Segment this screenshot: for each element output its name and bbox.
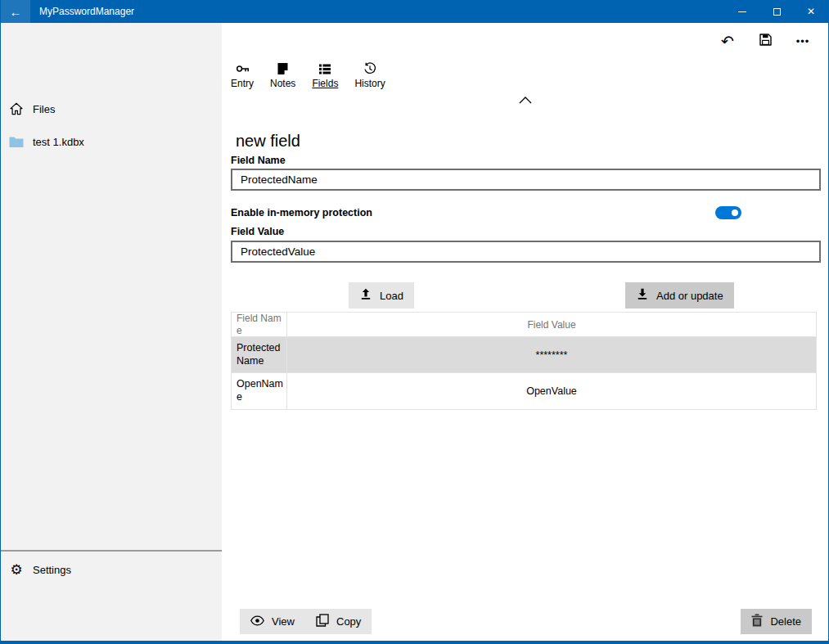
tab-label: Notes xyxy=(270,78,295,89)
tab-label: Fields xyxy=(312,78,338,89)
tab-fields[interactable]: Fields xyxy=(312,62,338,89)
app-window: ← MyPasswordManager ✕ Files test 1.kdbx xyxy=(0,0,829,644)
sidebar-item-label: Files xyxy=(33,103,55,115)
sidebar-item-label: Settings xyxy=(33,564,71,576)
button-label: Load xyxy=(380,290,403,302)
tab-history[interactable]: History xyxy=(354,62,385,89)
eye-icon xyxy=(250,615,264,628)
chevron-up-icon xyxy=(519,94,532,106)
field-value-label: Field Value xyxy=(231,226,284,237)
field-name-input[interactable] xyxy=(231,169,821,191)
more-button[interactable]: ••• xyxy=(784,26,822,56)
sidebar-item-database-file[interactable]: test 1.kdbx xyxy=(1,125,222,158)
table-row[interactable]: ProtectedName ******** xyxy=(232,336,816,372)
cell-field-name: OpenName xyxy=(232,373,287,408)
window-controls: ✕ xyxy=(725,0,828,23)
trash-icon xyxy=(751,614,763,629)
memory-protection-toggle[interactable] xyxy=(715,206,741,219)
app-title: MyPasswordManager xyxy=(39,6,134,17)
maximize-icon xyxy=(773,8,781,16)
undo-button[interactable]: ↶ xyxy=(709,26,746,56)
sidebar-nav: Files test 1.kdbx xyxy=(1,23,222,158)
more-icon: ••• xyxy=(796,35,810,47)
gear-icon: ⚙ xyxy=(9,563,24,577)
sidebar-item-files[interactable]: Files xyxy=(1,92,222,125)
view-button[interactable]: View xyxy=(240,609,305,634)
back-button[interactable]: ← xyxy=(1,0,30,23)
page-title: new field xyxy=(236,132,300,151)
tab-label: History xyxy=(354,78,385,89)
save-icon xyxy=(759,33,773,49)
toggle-knob xyxy=(732,209,738,216)
sidebar-item-settings[interactable]: ⚙ Settings xyxy=(1,553,222,586)
button-label: Copy xyxy=(336,615,361,628)
command-bar: ↶ ••• xyxy=(709,26,822,56)
key-icon xyxy=(236,62,250,75)
add-or-update-button[interactable]: Add or update xyxy=(625,282,734,308)
copy-button[interactable]: Copy xyxy=(305,609,372,634)
save-button[interactable] xyxy=(746,26,784,56)
undo-icon: ↶ xyxy=(721,34,734,49)
main-content: ↶ ••• Entry Notes xyxy=(222,23,828,641)
cell-field-name: ProtectedName xyxy=(232,337,287,372)
table-header-row: Field Name Field Value xyxy=(232,313,816,336)
sidebar: Files test 1.kdbx ⚙ Settings xyxy=(1,23,222,641)
table-row[interactable]: OpenName OpenValue xyxy=(232,372,816,408)
back-icon: ← xyxy=(10,5,22,19)
tab-bar: Entry Notes Fields History xyxy=(231,62,385,89)
tab-notes[interactable]: Notes xyxy=(270,62,295,89)
maximize-button[interactable] xyxy=(759,0,794,23)
list-icon xyxy=(318,62,331,75)
tab-label: Entry xyxy=(231,78,254,89)
home-icon xyxy=(9,102,24,115)
copy-icon xyxy=(316,614,329,629)
cell-field-value: OpenValue xyxy=(287,373,816,408)
load-button[interactable]: Load xyxy=(349,282,414,308)
minimize-icon xyxy=(738,11,746,12)
close-button[interactable]: ✕ xyxy=(794,0,828,23)
cell-field-value: ******** xyxy=(287,337,816,372)
collapse-button[interactable] xyxy=(506,92,545,109)
note-icon xyxy=(277,62,289,75)
fields-table: Field Name Field Value ProtectedName ***… xyxy=(231,312,817,410)
button-label: Delete xyxy=(770,615,801,628)
sidebar-footer: ⚙ Settings xyxy=(1,550,222,586)
column-header-field-name: Field Name xyxy=(232,313,287,336)
field-name-label: Field Name xyxy=(231,155,286,166)
minimize-button[interactable] xyxy=(725,0,759,23)
close-icon: ✕ xyxy=(807,6,815,17)
upload-icon xyxy=(359,288,372,303)
column-header-field-value: Field Value xyxy=(287,313,816,336)
field-value-input[interactable] xyxy=(231,241,821,263)
sidebar-item-label: test 1.kdbx xyxy=(33,136,84,148)
button-label: Add or update xyxy=(656,290,723,302)
tab-entry[interactable]: Entry xyxy=(231,62,254,89)
download-icon xyxy=(636,288,649,303)
button-label: View xyxy=(272,615,295,628)
history-clock-icon xyxy=(363,62,376,75)
titlebar: ← MyPasswordManager ✕ xyxy=(1,0,828,23)
memory-protection-label: Enable in-memory protection xyxy=(231,207,372,218)
delete-button[interactable]: Delete xyxy=(741,609,812,634)
folder-icon xyxy=(9,136,24,148)
